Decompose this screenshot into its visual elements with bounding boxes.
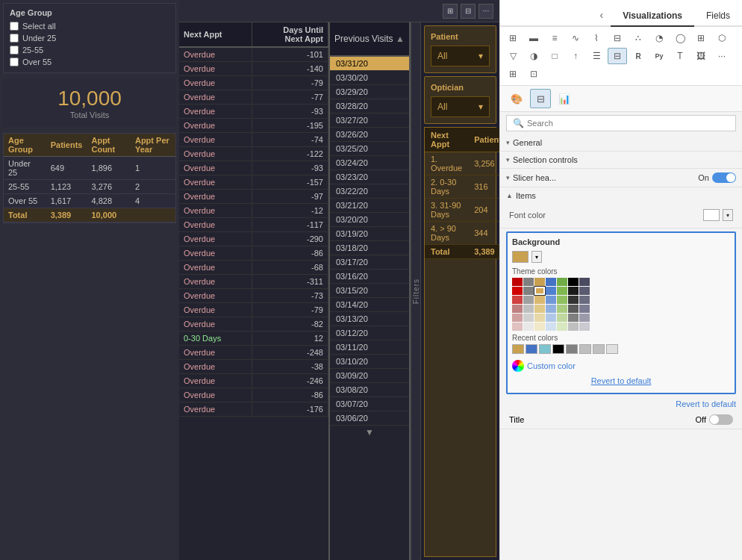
color-cell[interactable]	[512, 278, 523, 286]
date-list-item[interactable]: 03/10/20	[330, 355, 409, 369]
vis-funnel-icon[interactable]: ▽	[503, 48, 523, 64]
color-cell[interactable]	[523, 314, 534, 322]
summary-table-row[interactable]: 2. 0-30 Days3169.32%	[425, 175, 499, 199]
data-table-row[interactable]: Overdue-73	[179, 289, 328, 303]
data-table-row[interactable]: Overdue-93	[179, 105, 328, 119]
bg-swatch-box[interactable]	[512, 251, 529, 263]
date-list-item[interactable]: 03/17/20	[330, 255, 409, 270]
color-cell[interactable]	[534, 296, 545, 304]
vis-ribbon-icon[interactable]: ⊟	[608, 30, 627, 46]
vis-format-icon[interactable]: ⊡	[524, 66, 543, 82]
date-list-item[interactable]: 03/21/20	[330, 199, 409, 213]
color-cell[interactable]	[512, 314, 523, 322]
age-group-checkbox[interactable]	[10, 22, 19, 31]
format-table-btn[interactable]: ⊟	[530, 89, 551, 108]
color-cell[interactable]	[557, 323, 567, 331]
date-list-item[interactable]: 03/23/20	[330, 170, 409, 184]
vis-pie-icon[interactable]: ◔	[649, 30, 669, 46]
slicer-toggle[interactable]: On	[698, 172, 736, 183]
date-list-item[interactable]: 03/11/20	[330, 340, 409, 355]
color-cell[interactable]	[512, 323, 523, 331]
prev-scroll-down[interactable]: ▼	[365, 427, 374, 438]
date-list-item[interactable]: 03/26/20	[330, 128, 409, 142]
vis-py-icon[interactable]: Py	[649, 48, 669, 64]
age-group-checkbox[interactable]	[10, 46, 19, 55]
data-table-row[interactable]: Overdue-82	[179, 317, 328, 332]
data-table-row[interactable]: Overdue-74	[179, 133, 328, 147]
age-group-checkbox[interactable]	[10, 57, 19, 66]
color-cell[interactable]	[579, 314, 590, 322]
color-cell[interactable]	[579, 296, 590, 304]
prev-scroll-up[interactable]: ▲	[396, 34, 405, 44]
color-cell[interactable]	[557, 314, 567, 322]
color-cell[interactable]	[546, 287, 556, 295]
date-list-item[interactable]: 03/22/20	[330, 184, 409, 199]
color-cell[interactable]	[534, 323, 545, 331]
bg-dropdown-btn[interactable]: ▾	[531, 251, 542, 263]
vis-slicer-icon[interactable]: ☰	[587, 48, 606, 64]
vis-r-icon[interactable]: R	[629, 48, 648, 64]
date-list-item[interactable]: 03/16/20	[330, 270, 409, 284]
data-table-row[interactable]: Overdue-195	[179, 119, 328, 133]
color-cell[interactable]	[546, 296, 556, 304]
vis-more-icon[interactable]: ···	[712, 48, 732, 64]
custom-color-btn[interactable]: Custom color	[512, 358, 730, 373]
date-list-item[interactable]: 03/12/20	[330, 326, 409, 340]
data-table-row[interactable]: Overdue-101	[179, 47, 328, 62]
title-toggle[interactable]: Off	[696, 414, 733, 425]
data-table-row[interactable]: Overdue-157	[179, 175, 328, 190]
data-table-row[interactable]: Overdue-248	[179, 346, 328, 360]
data-table-row[interactable]: Overdue-311	[179, 275, 328, 289]
title-toggle-track[interactable]	[709, 414, 733, 425]
color-cell[interactable]	[523, 305, 534, 313]
recent-color-cell[interactable]	[566, 344, 578, 354]
color-cell[interactable]	[523, 287, 534, 295]
summary-table-row[interactable]: 4. > 90 Days34410.15%	[425, 222, 499, 245]
age-group-item[interactable]: Over 55	[10, 56, 169, 68]
data-table-row[interactable]: Overdue-12	[179, 204, 328, 218]
format-search-input[interactable]	[527, 119, 729, 128]
color-cell[interactable]	[534, 287, 545, 295]
date-list-item[interactable]: 03/24/20	[330, 156, 409, 170]
vis-map-icon[interactable]: ⬡	[712, 30, 732, 46]
vis-matrix-icon[interactable]: ⊟	[608, 48, 627, 64]
format-selection-header[interactable]: ▾ Selection controls	[500, 152, 742, 168]
color-cell[interactable]	[568, 278, 579, 286]
date-list-item[interactable]: 03/31/20	[330, 57, 409, 71]
color-cell[interactable]	[579, 278, 590, 286]
date-list-item[interactable]: 03/19/20	[330, 227, 409, 241]
recent-color-cell[interactable]	[552, 344, 564, 354]
date-list-item[interactable]: 03/25/20	[330, 142, 409, 156]
color-cell[interactable]	[557, 305, 567, 313]
data-table-row[interactable]: Overdue-140	[179, 62, 328, 76]
format-slicer-header[interactable]: ▾ Slicer hea... On	[500, 169, 742, 187]
age-group-item[interactable]: Under 25	[10, 32, 169, 44]
color-cell[interactable]	[568, 305, 579, 313]
recent-color-cell[interactable]	[526, 344, 537, 354]
columns-icon-btn[interactable]: ⊟	[461, 4, 476, 19]
data-table-row[interactable]: Overdue-38	[179, 360, 328, 374]
age-group-checkbox[interactable]	[10, 34, 19, 43]
vis-bar-icon[interactable]: ▬	[524, 30, 543, 46]
font-color-dropdown[interactable]: ▾	[723, 209, 733, 221]
color-cell[interactable]	[557, 296, 567, 304]
color-cell[interactable]	[512, 287, 523, 295]
date-list-item[interactable]: 03/29/20	[330, 85, 409, 99]
color-cell[interactable]	[546, 305, 556, 313]
data-table-row[interactable]: Overdue-79	[179, 303, 328, 317]
revert-default-btn-outside[interactable]: Revert to default	[500, 397, 742, 411]
age-group-item[interactable]: 25-55	[10, 44, 169, 56]
date-list-item[interactable]: 03/09/20	[330, 369, 409, 383]
recent-color-cell[interactable]	[579, 344, 591, 354]
recent-color-cell[interactable]	[512, 344, 524, 354]
tab-fields[interactable]: Fields	[694, 6, 742, 27]
summary-table-row[interactable]: Total3,389100.00%	[425, 245, 499, 259]
color-cell[interactable]	[523, 323, 534, 331]
tab-visualizations[interactable]: Visualizations	[611, 6, 694, 27]
color-cell[interactable]	[512, 305, 523, 313]
color-cell[interactable]	[579, 287, 590, 295]
date-list-item[interactable]: 03/18/20	[330, 241, 409, 255]
revert-default-btn-inside[interactable]: Revert to default	[512, 373, 730, 388]
color-cell[interactable]	[512, 296, 523, 304]
color-cell[interactable]	[568, 296, 579, 304]
